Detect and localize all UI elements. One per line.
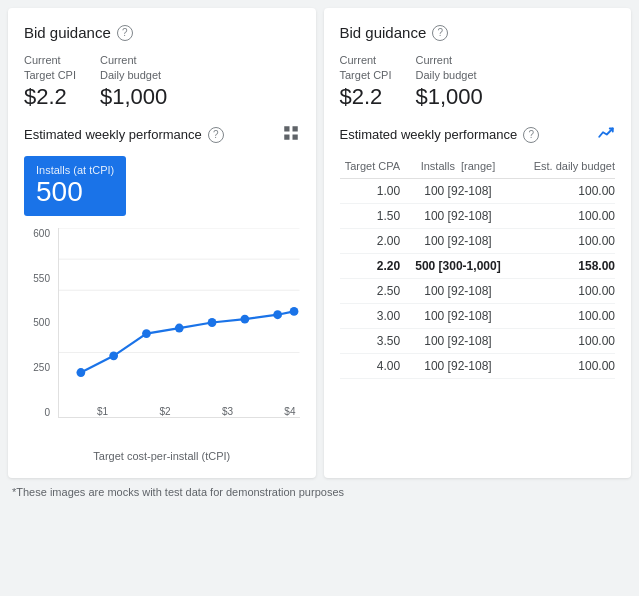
right-section-header: Estimated weekly performance ? bbox=[340, 124, 616, 146]
table-row: 3.00 100 [92-108] 100.00 bbox=[340, 304, 616, 329]
right-chart-toggle-icon[interactable] bbox=[597, 124, 615, 146]
y-label-550: 550 bbox=[33, 273, 50, 284]
svg-point-8 bbox=[76, 368, 85, 377]
svg-point-9 bbox=[109, 351, 118, 360]
td-installs-5: 100 [92-108] bbox=[400, 309, 516, 323]
y-label-600: 600 bbox=[33, 228, 50, 239]
right-target-cpi-value: $2.2 bbox=[340, 84, 392, 110]
y-label-250: 250 bbox=[33, 362, 50, 373]
table-row: 2.00 100 [92-108] 100.00 bbox=[340, 229, 616, 254]
x-axis-labels: $1 $2 $3 $4 bbox=[93, 406, 300, 417]
td-cpa-5: 3.00 bbox=[340, 309, 401, 323]
chart-area: 600 550 500 250 0 bbox=[24, 228, 300, 448]
td-installs-1: 100 [92-108] bbox=[400, 209, 516, 223]
left-target-cpi-block: CurrentTarget CPI $2.2 bbox=[24, 53, 76, 110]
td-cpa-1: 1.50 bbox=[340, 209, 401, 223]
x-label-1: $1 bbox=[97, 406, 108, 417]
left-perf-help-icon[interactable]: ? bbox=[208, 127, 224, 143]
td-budget-2: 100.00 bbox=[516, 234, 615, 248]
right-daily-budget-label: CurrentDaily budget bbox=[415, 53, 482, 84]
td-installs-2: 100 [92-108] bbox=[400, 234, 516, 248]
left-bid-guidance-help-icon[interactable]: ? bbox=[117, 25, 133, 41]
x-label-2: $2 bbox=[159, 406, 170, 417]
th-target-cpa: Target CPA bbox=[340, 160, 401, 172]
footnote: *These images are mocks with test data f… bbox=[8, 486, 631, 498]
left-target-cpi-value: $2.2 bbox=[24, 84, 76, 110]
right-metrics-row: CurrentTarget CPI $2.2 CurrentDaily budg… bbox=[340, 53, 616, 110]
left-section-title-container: Estimated weekly performance ? bbox=[24, 127, 224, 143]
right-daily-budget-block: CurrentDaily budget $1,000 bbox=[415, 53, 482, 110]
line-chart-svg bbox=[59, 228, 300, 417]
x-axis-title: Target cost-per-install (tCPI) bbox=[24, 450, 300, 462]
td-installs-7: 100 [92-108] bbox=[400, 359, 516, 373]
table-row: 2.20 500 [300-1,000] 158.00 bbox=[340, 254, 616, 279]
td-budget-0: 100.00 bbox=[516, 184, 615, 198]
td-budget-1: 100.00 bbox=[516, 209, 615, 223]
td-cpa-0: 1.00 bbox=[340, 184, 401, 198]
right-target-cpi-block: CurrentTarget CPI $2.2 bbox=[340, 53, 392, 110]
svg-point-12 bbox=[208, 318, 217, 327]
td-cpa-2: 2.00 bbox=[340, 234, 401, 248]
th-installs: Installs [range] bbox=[400, 160, 516, 172]
left-panel-title: Bid guidance ? bbox=[24, 24, 300, 41]
x-label-3: $3 bbox=[222, 406, 233, 417]
td-installs-6: 100 [92-108] bbox=[400, 334, 516, 348]
left-metrics-row: CurrentTarget CPI $2.2 CurrentDaily budg… bbox=[24, 53, 300, 110]
x-label-4: $4 bbox=[284, 406, 295, 417]
td-cpa-6: 3.50 bbox=[340, 334, 401, 348]
left-section-title: Estimated weekly performance bbox=[24, 127, 202, 142]
right-target-cpi-label: CurrentTarget CPI bbox=[340, 53, 392, 84]
svg-point-13 bbox=[240, 314, 249, 323]
td-installs-0: 100 [92-108] bbox=[400, 184, 516, 198]
svg-rect-3 bbox=[292, 134, 297, 139]
svg-rect-1 bbox=[292, 126, 297, 131]
right-daily-budget-value: $1,000 bbox=[415, 84, 482, 110]
td-installs-3: 500 [300-1,000] bbox=[400, 259, 516, 273]
left-panel: Bid guidance ? CurrentTarget CPI $2.2 Cu… bbox=[8, 8, 316, 478]
performance-table: Target CPA Installs [range] Est. daily b… bbox=[340, 156, 616, 379]
td-budget-4: 100.00 bbox=[516, 284, 615, 298]
td-cpa-4: 2.50 bbox=[340, 284, 401, 298]
left-daily-budget-label: CurrentDaily budget bbox=[100, 53, 167, 84]
table-row: 4.00 100 [92-108] 100.00 bbox=[340, 354, 616, 379]
table-header: Target CPA Installs [range] Est. daily b… bbox=[340, 156, 616, 179]
table-row: 1.00 100 [92-108] 100.00 bbox=[340, 179, 616, 204]
svg-rect-0 bbox=[284, 126, 289, 131]
svg-point-15 bbox=[290, 307, 299, 316]
left-section-header: Estimated weekly performance ? bbox=[24, 124, 300, 146]
right-bid-guidance-help-icon[interactable]: ? bbox=[432, 25, 448, 41]
left-bid-guidance-title: Bid guidance bbox=[24, 24, 111, 41]
td-budget-7: 100.00 bbox=[516, 359, 615, 373]
badge-value: 500 bbox=[36, 176, 114, 208]
right-panel-title: Bid guidance ? bbox=[340, 24, 616, 41]
svg-point-10 bbox=[142, 329, 151, 338]
svg-rect-2 bbox=[284, 134, 289, 139]
table-row: 3.50 100 [92-108] 100.00 bbox=[340, 329, 616, 354]
install-badge: Installs (at tCPI) 500 bbox=[24, 156, 126, 216]
td-cpa-3: 2.20 bbox=[340, 259, 401, 273]
left-daily-budget-value: $1,000 bbox=[100, 84, 167, 110]
td-installs-4: 100 [92-108] bbox=[400, 284, 516, 298]
svg-point-14 bbox=[273, 310, 282, 319]
svg-point-11 bbox=[175, 323, 184, 332]
table-row: 2.50 100 [92-108] 100.00 bbox=[340, 279, 616, 304]
td-cpa-7: 4.00 bbox=[340, 359, 401, 373]
right-bid-guidance-title: Bid guidance bbox=[340, 24, 427, 41]
right-section-title: Estimated weekly performance bbox=[340, 127, 518, 142]
td-budget-6: 100.00 bbox=[516, 334, 615, 348]
table-body: 1.00 100 [92-108] 100.00 1.50 100 [92-10… bbox=[340, 179, 616, 379]
right-section-title-container: Estimated weekly performance ? bbox=[340, 127, 540, 143]
right-perf-help-icon[interactable]: ? bbox=[523, 127, 539, 143]
y-label-0: 0 bbox=[44, 407, 50, 418]
chart-y-axis: 600 550 500 250 0 bbox=[24, 228, 54, 418]
left-daily-budget-block: CurrentDaily budget $1,000 bbox=[100, 53, 167, 110]
chart-plot: $1 $2 $3 $4 bbox=[58, 228, 300, 418]
left-chart-toggle-icon[interactable] bbox=[282, 124, 300, 146]
y-label-500: 500 bbox=[33, 317, 50, 328]
left-target-cpi-label: CurrentTarget CPI bbox=[24, 53, 76, 84]
right-panel: Bid guidance ? CurrentTarget CPI $2.2 Cu… bbox=[324, 8, 632, 478]
td-budget-3: 158.00 bbox=[516, 259, 615, 273]
table-row: 1.50 100 [92-108] 100.00 bbox=[340, 204, 616, 229]
th-budget: Est. daily budget bbox=[516, 160, 615, 172]
badge-label: Installs (at tCPI) bbox=[36, 164, 114, 176]
